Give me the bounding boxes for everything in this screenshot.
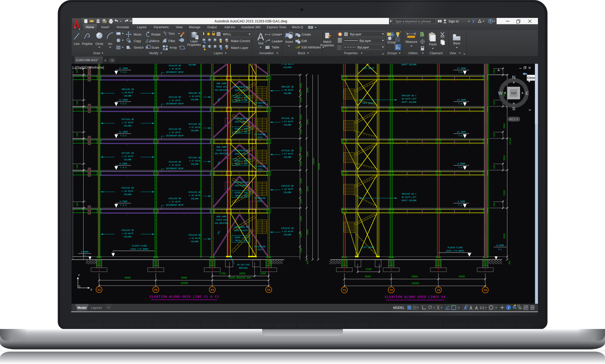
svg-text:88 DIA CHS: 88 DIA CHS	[237, 264, 250, 266]
svg-text:305x165 UB: 305x165 UB	[189, 92, 201, 95]
svg-text:x 31 KG/M: x 31 KG/M	[169, 131, 180, 134]
svg-text:STRINGERS 96: STRINGERS 96	[234, 86, 248, 88]
svg-text:VB3: VB3	[217, 97, 221, 102]
svg-text:COLUMN: COLUMN	[191, 163, 198, 166]
svg-text:PLINTH FLOOR: PLINTH FLOOR	[132, 245, 147, 247]
svg-text:0.000M: 0.000M	[496, 244, 504, 247]
svg-text:305x165 UB: 305x165 UB	[122, 88, 134, 91]
svg-text:TREAD = 250: TREAD = 250	[235, 195, 248, 197]
svg-text:LEVEL (+0.300M): LEVEL (+0.300M)	[130, 248, 148, 251]
svg-text:A: A	[257, 31, 264, 42]
svg-text:COLUMN: COLUMN	[191, 198, 198, 200]
svg-text:N: N	[512, 75, 516, 80]
svg-text:LIFT SHAFT: LIFT SHAFT	[362, 67, 375, 70]
svg-text:250x75x4CFC: 250x75x4CFC	[235, 121, 248, 123]
svg-text:1050: 1050	[300, 97, 302, 102]
svg-text:100: 100	[76, 165, 79, 168]
svg-text:1050: 1050	[300, 161, 302, 166]
svg-text:View: View	[449, 51, 456, 55]
svg-text:2800: 2800	[239, 272, 245, 275]
svg-text:Insert: Insert	[285, 40, 293, 44]
svg-text:x 82 KG/M: x 82 KG/M	[122, 232, 133, 235]
svg-text:VB3: VB3	[217, 230, 221, 235]
svg-text:Properties: Properties	[187, 43, 201, 47]
svg-text:Edit: Edit	[301, 39, 307, 43]
svg-text:3000: 3000	[307, 119, 309, 125]
svg-text:254x146 UB: 254x146 UB	[169, 197, 181, 200]
svg-text:WALL: WALL	[223, 33, 231, 36]
svg-text:Draw: Draw	[93, 51, 100, 55]
svg-text:533x210 UB: 533x210 UB	[281, 185, 294, 187]
svg-text:Move: Move	[134, 33, 141, 36]
svg-text:X2: X2	[154, 288, 158, 291]
svg-text:254x146 UB: 254x146 UB	[169, 65, 181, 67]
svg-text:Modify: Modify	[149, 51, 158, 55]
svg-text:900: 900	[300, 155, 302, 159]
svg-text:Linear: Linear	[272, 33, 281, 36]
svg-text:WCS: WCS	[509, 118, 516, 121]
svg-text:6000: 6000	[125, 277, 131, 279]
svg-text:457x191 UB: 457x191 UB	[122, 152, 134, 155]
svg-text:1200: 1200	[300, 189, 302, 194]
svg-text:T.O.S: T.O.S	[120, 103, 126, 105]
svg-text:RISER = 150: RISER = 150	[235, 96, 248, 99]
svg-text:Scale: Scale	[151, 46, 159, 49]
svg-text:88Ø x4MM: 88Ø x4MM	[216, 146, 226, 148]
svg-text:1450: 1450	[260, 272, 266, 275]
svg-text:Add-ins: Add-ins	[224, 25, 235, 29]
svg-text:CHS BRACING: CHS BRACING	[215, 222, 228, 225]
svg-text:88Ø x4MM: 88Ø x4MM	[216, 216, 226, 218]
svg-text:Fillet: Fillet	[168, 39, 175, 43]
svg-text:Model: Model	[77, 306, 86, 310]
svg-text:Mech-Q: Mech-Q	[292, 25, 303, 29]
svg-text:X4: X4	[267, 288, 270, 291]
svg-text:Array: Array	[169, 46, 177, 49]
svg-text:View: View	[176, 25, 183, 29]
svg-text:Manage: Manage	[189, 25, 200, 29]
svg-text:900: 900	[300, 123, 302, 127]
svg-text:17.300M: 17.300M	[457, 67, 466, 70]
svg-text:100: 100	[493, 203, 496, 206]
svg-text:Edit Attributes: Edit Attributes	[301, 46, 321, 49]
svg-text:Y1: Y1	[343, 289, 346, 292]
svg-text:STRINGERS 96: STRINGERS 96	[234, 181, 248, 184]
svg-text:Match Layer: Match Layer	[231, 46, 248, 50]
svg-text:x 31 KG/M: x 31 KG/M	[169, 164, 180, 167]
svg-text:PLINTH FLOOR: PLINTH FLOOR	[448, 247, 463, 249]
svg-text:Rotate: Rotate	[151, 33, 161, 36]
svg-text:TREAD = 250: TREAD = 250	[235, 99, 248, 102]
svg-text:COLUMN: COLUMN	[191, 130, 198, 132]
svg-text:Block: Block	[298, 51, 305, 55]
svg-text:T.O.S: T.O.S	[120, 71, 126, 74]
svg-text:1050: 1050	[300, 129, 302, 134]
svg-text:457x191 UB: 457x191 UB	[122, 118, 134, 121]
svg-text:254x146 UB: 254x146 UB	[169, 161, 181, 163]
svg-text:4.700M: 4.700M	[119, 200, 127, 203]
svg-text:STAIRCASE: STAIRCASE	[254, 133, 265, 136]
svg-text:J1283-03B-GA1*: J1283-03B-GA1*	[75, 58, 98, 62]
svg-text:x 40 KG/M: x 40 KG/M	[281, 63, 293, 66]
svg-text:ByLayer: ByLayer	[357, 46, 369, 49]
svg-text:TREAD = 250: TREAD = 250	[235, 163, 248, 165]
svg-text:5000: 5000	[365, 275, 371, 278]
svg-text:305x165 UB: 305x165 UB	[281, 86, 294, 88]
svg-text:250x75x4CFC: 250x75x4CFC	[235, 153, 248, 155]
svg-text:RISER = 150: RISER = 150	[235, 192, 248, 194]
svg-text:STC3: STC3	[257, 105, 262, 107]
svg-text:x 67 KG/M: x 67 KG/M	[282, 153, 293, 155]
svg-text:x 67 KG/M: x 67 KG/M	[189, 160, 200, 162]
svg-text:x 67 KG/M: x 67 KG/M	[282, 120, 293, 123]
svg-text:Stretch: Stretch	[134, 46, 144, 49]
svg-text:457x191 UB: 457x191 UB	[281, 149, 294, 152]
svg-text:Y3: Y3	[437, 289, 440, 292]
svg-text:305x165 UB x: 305x165 UB x	[402, 193, 416, 195]
svg-text:+: +	[111, 58, 113, 62]
svg-text:Table: Table	[272, 46, 279, 49]
svg-text:8.300M: 8.300M	[119, 163, 127, 165]
svg-text:ByLayer: ByLayer	[350, 33, 361, 36]
svg-text:18000: 18000	[180, 282, 188, 285]
svg-text:THICK DIA: THICK DIA	[216, 86, 227, 88]
svg-text:COLUMN: COLUMN	[124, 125, 131, 127]
svg-text:Autodesk 360: Autodesk 360	[241, 25, 260, 29]
svg-text:x 31 KG/M: x 31 KG/M	[169, 99, 180, 102]
